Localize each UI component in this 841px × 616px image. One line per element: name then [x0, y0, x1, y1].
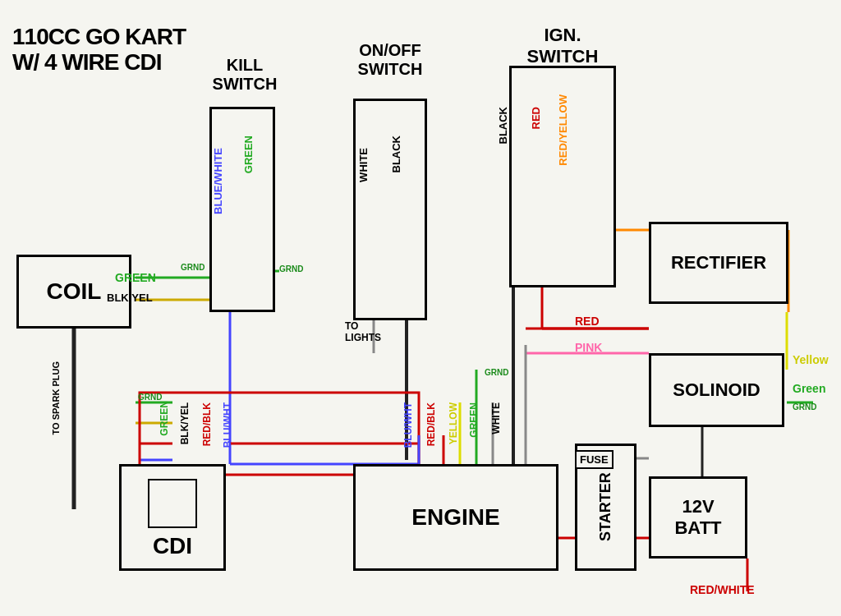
ign-switch-title: IGN.SWITCH — [509, 25, 616, 67]
black-ign-label: BLACK — [497, 107, 509, 145]
green-cdi-label: GREEN — [159, 401, 170, 436]
title-line2: W/ 4 WIRE CDI — [12, 49, 161, 75]
red-blk-eng-label: RED/BLK — [425, 402, 437, 446]
red-white-label: RED/WHITE — [690, 583, 755, 596]
kill-switch-title: KILLSWITCH — [204, 56, 286, 94]
blu-wht-eng-label: BLU/WHT — [402, 402, 414, 448]
pink-label: PINK — [575, 341, 602, 354]
green-sol-label: Green — [793, 382, 825, 395]
engine-box: ENGINE — [353, 464, 558, 571]
grnd-kill-label: GRND — [279, 264, 303, 274]
batt-box: 12VBATT — [649, 476, 747, 559]
blk-yel-cdi-label: BLK/YEL — [179, 402, 191, 444]
yellow-sol-label: Yellow — [793, 353, 829, 366]
red-yellow-ign-label: RED/YELLOW — [557, 94, 569, 166]
spark-plug-label: TO SPARK PLUG — [51, 361, 61, 434]
onoff-switch-box — [353, 99, 427, 320]
grnd-sol-label: GRND — [793, 402, 816, 411]
wiring-diagram: 110CC GO KART W/ 4 WIRE CDI KILLSWITCH O… — [0, 0, 841, 616]
solinoid-box: SOLINOID — [649, 353, 784, 427]
grnd-eng-label: GRND — [485, 368, 508, 377]
blk-yel-coil-label: BLK/YEL — [107, 292, 153, 304]
title-line1: 110CC GO KART — [12, 24, 186, 49]
red-ign-label: RED — [530, 107, 542, 129]
onoff-switch-title: ON/OFFSWITCH — [345, 41, 435, 79]
green-eng-label: GREEN — [468, 402, 480, 438]
grnd-coil-label: GRND — [181, 263, 205, 272]
blu-wht-cdi-label: BLU/WHT — [222, 402, 233, 448]
red-rect-label: RED — [575, 315, 600, 328]
cdi-inner-box — [148, 479, 197, 528]
black-onoff-label: BLACK — [390, 136, 402, 173]
rectifier-box: RECTIFIER — [649, 222, 788, 304]
yellow-eng-label: YELLOW — [448, 402, 459, 444]
blue-white-label: BLUE/WHITE — [212, 148, 224, 214]
white-onoff-label: WHITE — [357, 148, 370, 182]
diagram-title: 110CC GO KART W/ 4 WIRE CDI — [12, 25, 186, 76]
green-kill-label: GREEN — [242, 136, 255, 173]
fuse-label: FUSE — [575, 450, 614, 469]
red-blk-cdi-label: RED/BLK — [201, 402, 213, 446]
to-lights-label: TOLIGHTS — [345, 320, 381, 343]
green-coil-label: GREEN — [115, 271, 156, 284]
cdi-box: CDI — [119, 464, 226, 571]
white-eng-label: WHITE — [490, 402, 502, 434]
